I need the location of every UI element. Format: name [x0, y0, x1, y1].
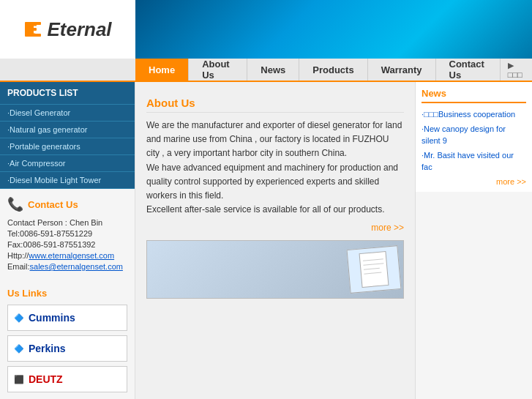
- about-us-more-link[interactable]: more >>: [146, 223, 404, 233]
- nav-item-products[interactable]: Products: [299, 59, 367, 81]
- product-item-portable[interactable]: ·Portable generators: [0, 138, 135, 155]
- products-list: PRODUCTS LIST ·Diesel Generator ·Natural…: [0, 82, 135, 189]
- header-building-decoration: [135, 0, 532, 59]
- about-us-image: [146, 240, 404, 299]
- news-title: News: [422, 88, 526, 103]
- logo-icon: E: [23, 19, 44, 40]
- news-item-2[interactable]: ·New canopy design for silent 9: [422, 124, 526, 146]
- header-bg: [135, 0, 532, 59]
- contact-http: Http://www.eternalgenset.com: [7, 251, 127, 260]
- about-us-text: We are the manufacturer and exporter of …: [146, 119, 404, 217]
- right-sidebar: News ·□□□Business cooperation ·New canop…: [415, 82, 532, 399]
- us-links-section: Us Links 🔷 Cummins 🔷 Perkins ⬛ DEUTZ: [0, 280, 135, 399]
- perkins-icon: 🔷: [14, 344, 24, 354]
- about-us-section: About Us We are the manufacturer and exp…: [146, 97, 404, 233]
- http-link[interactable]: www.eternalgenset.com: [29, 251, 114, 260]
- nav-item-home[interactable]: Home: [135, 59, 189, 81]
- left-sidebar: PRODUCTS LIST ·Diesel Generator ·Natural…: [0, 82, 135, 399]
- product-item-diesel-gen[interactable]: ·Diesel Generator: [0, 105, 135, 122]
- nav-items: Home About Us News Products Warranty Con…: [135, 59, 532, 81]
- contact-email: Email:sales@eternalgenset.com: [7, 262, 127, 271]
- perkins-label: Perkins: [29, 343, 66, 354]
- nav-item-warranty[interactable]: Warranty: [368, 59, 436, 81]
- product-item-air-compressor[interactable]: ·Air Compressor: [0, 155, 135, 172]
- document-image: [347, 245, 402, 294]
- product-item-natural-gas[interactable]: ·Natural gas generator: [0, 122, 135, 138]
- products-list-title: PRODUCTS LIST: [0, 82, 135, 105]
- news-item-3[interactable]: ·Mr. Basit have visited our fac: [422, 150, 526, 173]
- partner-perkins[interactable]: 🔷 Perkins: [7, 335, 127, 362]
- news-more-link[interactable]: more >>: [422, 177, 526, 186]
- logo-text: Eternal: [47, 18, 111, 41]
- contact-person: Contact Person : Chen Bin: [7, 218, 127, 227]
- partner-cummins[interactable]: 🔷 Cummins: [7, 305, 127, 331]
- contact-section: 📞 Contact Us Contact Person : Chen Bin T…: [0, 189, 135, 280]
- product-item-light-tower[interactable]: ·Diesel Mobile Light Tower: [0, 172, 135, 189]
- nav-bar: Home About Us News Products Warranty Con…: [0, 59, 532, 82]
- nav-item-contact[interactable]: Contact Us: [436, 59, 501, 81]
- us-links-title: Us Links: [7, 288, 127, 299]
- contact-title-row: 📞 Contact Us: [7, 196, 127, 212]
- nav-spacer: [0, 59, 135, 81]
- cummins-label: Cummins: [29, 312, 75, 324]
- nav-more[interactable]: ▶ □□□: [501, 59, 532, 81]
- contact-tel: Tel:0086-591-87551229: [7, 229, 127, 238]
- center-content: About Us We are the manufacturer and exp…: [135, 82, 415, 399]
- http-prefix: Http://: [7, 251, 29, 260]
- deutz-icon: ⬛: [14, 375, 24, 384]
- logo-box: E Eternal: [16, 14, 119, 45]
- news-item-1[interactable]: ·□□□Business cooperation: [422, 109, 526, 120]
- nav-item-news[interactable]: News: [247, 59, 299, 81]
- contact-title: Contact Us: [28, 199, 78, 210]
- nav-item-about[interactable]: About Us: [189, 59, 247, 81]
- svg-text:E: E: [26, 20, 37, 39]
- phone-icon: 📞: [7, 196, 23, 212]
- contact-fax: Fax:0086-591-87551392: [7, 240, 127, 249]
- about-us-title: About Us: [146, 97, 404, 113]
- email-prefix: Email:: [7, 262, 30, 271]
- header: E Eternal: [0, 0, 532, 59]
- partner-deutz[interactable]: ⬛ DEUTZ: [7, 366, 127, 392]
- cummins-icon: 🔷: [14, 313, 24, 323]
- news-section: News ·□□□Business cooperation ·New canop…: [416, 82, 532, 192]
- deutz-label: DEUTZ: [29, 373, 63, 385]
- logo-area: E Eternal: [0, 0, 135, 59]
- main-content: PRODUCTS LIST ·Diesel Generator ·Natural…: [0, 82, 532, 399]
- email-link[interactable]: sales@eternalgenset.com: [30, 262, 123, 271]
